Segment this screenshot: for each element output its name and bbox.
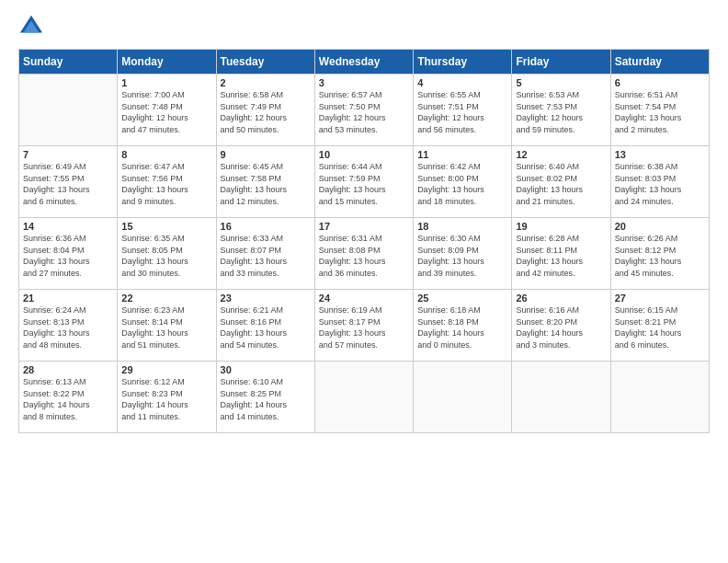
day-number: 12	[516, 149, 606, 160]
day-info: Sunrise: 6:47 AM Sunset: 7:56 PM Dayligh…	[121, 161, 211, 207]
day-info: Sunrise: 6:13 AM Sunset: 8:22 PM Dayligh…	[23, 376, 113, 422]
day-cell: 23Sunrise: 6:21 AM Sunset: 8:16 PM Dayli…	[216, 290, 314, 362]
day-info: Sunrise: 6:10 AM Sunset: 8:25 PM Dayligh…	[221, 376, 311, 422]
day-cell: 28Sunrise: 6:13 AM Sunset: 8:22 PM Dayli…	[19, 362, 118, 433]
header-cell-sunday: Sunday	[19, 50, 118, 75]
day-number: 18	[417, 221, 507, 232]
day-cell	[610, 362, 709, 433]
day-number: 11	[417, 149, 507, 160]
day-number: 16	[221, 221, 311, 232]
day-cell	[314, 362, 413, 433]
day-info: Sunrise: 6:42 AM Sunset: 8:00 PM Dayligh…	[417, 161, 507, 207]
day-cell: 5Sunrise: 6:53 AM Sunset: 7:53 PM Daylig…	[512, 75, 610, 146]
day-number: 23	[221, 293, 311, 304]
week-row-3: 21Sunrise: 6:24 AM Sunset: 8:13 PM Dayli…	[19, 290, 710, 362]
day-info: Sunrise: 6:55 AM Sunset: 7:51 PM Dayligh…	[417, 89, 507, 135]
day-number: 10	[319, 149, 409, 160]
day-number: 7	[23, 149, 113, 160]
day-info: Sunrise: 6:28 AM Sunset: 8:11 PM Dayligh…	[516, 233, 606, 279]
logo	[18, 14, 48, 40]
day-number: 29	[121, 364, 211, 375]
day-info: Sunrise: 6:57 AM Sunset: 7:50 PM Dayligh…	[319, 89, 409, 135]
day-info: Sunrise: 6:53 AM Sunset: 7:53 PM Dayligh…	[516, 89, 606, 135]
day-info: Sunrise: 6:16 AM Sunset: 8:20 PM Dayligh…	[516, 304, 606, 350]
day-info: Sunrise: 6:21 AM Sunset: 8:16 PM Dayligh…	[221, 304, 311, 350]
day-cell: 2Sunrise: 6:58 AM Sunset: 7:49 PM Daylig…	[216, 75, 314, 146]
day-info: Sunrise: 6:26 AM Sunset: 8:12 PM Dayligh…	[615, 233, 705, 279]
day-number: 6	[615, 77, 705, 88]
day-cell: 29Sunrise: 6:12 AM Sunset: 8:23 PM Dayli…	[118, 362, 216, 433]
day-cell: 10Sunrise: 6:44 AM Sunset: 7:59 PM Dayli…	[314, 146, 413, 218]
day-cell: 15Sunrise: 6:35 AM Sunset: 8:05 PM Dayli…	[118, 218, 216, 290]
day-number: 28	[23, 364, 113, 375]
day-info: Sunrise: 6:40 AM Sunset: 8:02 PM Dayligh…	[516, 161, 606, 207]
day-number: 8	[121, 149, 211, 160]
day-info: Sunrise: 6:15 AM Sunset: 8:21 PM Dayligh…	[615, 304, 705, 350]
day-number: 1	[121, 77, 211, 88]
day-number: 14	[23, 221, 113, 232]
header-cell-wednesday: Wednesday	[314, 50, 413, 75]
day-info: Sunrise: 6:24 AM Sunset: 8:13 PM Dayligh…	[23, 304, 113, 350]
day-cell: 30Sunrise: 6:10 AM Sunset: 8:25 PM Dayli…	[216, 362, 314, 433]
day-cell	[414, 362, 512, 433]
day-cell: 9Sunrise: 6:45 AM Sunset: 7:58 PM Daylig…	[216, 146, 314, 218]
header-cell-thursday: Thursday	[414, 50, 512, 75]
day-cell: 20Sunrise: 6:26 AM Sunset: 8:12 PM Dayli…	[610, 218, 709, 290]
day-cell: 4Sunrise: 6:55 AM Sunset: 7:51 PM Daylig…	[414, 75, 512, 146]
day-number: 22	[121, 293, 211, 304]
day-number: 17	[319, 221, 409, 232]
header-cell-tuesday: Tuesday	[216, 50, 314, 75]
day-cell: 24Sunrise: 6:19 AM Sunset: 8:17 PM Dayli…	[314, 290, 413, 362]
week-row-1: 7Sunrise: 6:49 AM Sunset: 7:55 PM Daylig…	[19, 146, 710, 218]
main-container: SundayMondayTuesdayWednesdayThursdayFrid…	[0, 0, 728, 442]
day-number: 20	[615, 221, 705, 232]
day-number: 15	[121, 221, 211, 232]
day-cell: 7Sunrise: 6:49 AM Sunset: 7:55 PM Daylig…	[19, 146, 118, 218]
day-cell: 1Sunrise: 7:00 AM Sunset: 7:48 PM Daylig…	[118, 75, 216, 146]
day-number: 25	[417, 293, 507, 304]
day-info: Sunrise: 6:58 AM Sunset: 7:49 PM Dayligh…	[221, 89, 311, 135]
day-cell: 18Sunrise: 6:30 AM Sunset: 8:09 PM Dayli…	[414, 218, 512, 290]
day-info: Sunrise: 6:18 AM Sunset: 8:18 PM Dayligh…	[417, 304, 507, 350]
day-cell: 6Sunrise: 6:51 AM Sunset: 7:54 PM Daylig…	[610, 75, 709, 146]
logo-icon	[18, 14, 44, 40]
day-info: Sunrise: 7:00 AM Sunset: 7:48 PM Dayligh…	[121, 89, 211, 135]
day-cell: 21Sunrise: 6:24 AM Sunset: 8:13 PM Dayli…	[19, 290, 118, 362]
day-number: 19	[516, 221, 606, 232]
day-number: 30	[221, 364, 311, 375]
day-number: 3	[319, 77, 409, 88]
header-cell-friday: Friday	[512, 50, 610, 75]
day-info: Sunrise: 6:36 AM Sunset: 8:04 PM Dayligh…	[23, 233, 113, 279]
day-info: Sunrise: 6:33 AM Sunset: 8:07 PM Dayligh…	[221, 233, 311, 279]
week-row-2: 14Sunrise: 6:36 AM Sunset: 8:04 PM Dayli…	[19, 218, 710, 290]
calendar-header-row: SundayMondayTuesdayWednesdayThursdayFrid…	[19, 50, 710, 75]
day-info: Sunrise: 6:19 AM Sunset: 8:17 PM Dayligh…	[319, 304, 409, 350]
day-number: 4	[417, 77, 507, 88]
week-row-4: 28Sunrise: 6:13 AM Sunset: 8:22 PM Dayli…	[19, 362, 710, 433]
day-info: Sunrise: 6:31 AM Sunset: 8:08 PM Dayligh…	[319, 233, 409, 279]
day-cell: 26Sunrise: 6:16 AM Sunset: 8:20 PM Dayli…	[512, 290, 610, 362]
day-cell: 8Sunrise: 6:47 AM Sunset: 7:56 PM Daylig…	[118, 146, 216, 218]
day-info: Sunrise: 6:12 AM Sunset: 8:23 PM Dayligh…	[121, 376, 211, 422]
day-number: 9	[221, 149, 311, 160]
day-info: Sunrise: 6:45 AM Sunset: 7:58 PM Dayligh…	[221, 161, 311, 207]
header	[18, 14, 710, 40]
calendar-table: SundayMondayTuesdayWednesdayThursdayFrid…	[18, 49, 710, 433]
day-info: Sunrise: 6:23 AM Sunset: 8:14 PM Dayligh…	[121, 304, 211, 350]
day-cell: 12Sunrise: 6:40 AM Sunset: 8:02 PM Dayli…	[512, 146, 610, 218]
day-number: 2	[221, 77, 311, 88]
day-cell: 19Sunrise: 6:28 AM Sunset: 8:11 PM Dayli…	[512, 218, 610, 290]
day-info: Sunrise: 6:44 AM Sunset: 7:59 PM Dayligh…	[319, 161, 409, 207]
day-cell	[512, 362, 610, 433]
day-cell: 13Sunrise: 6:38 AM Sunset: 8:03 PM Dayli…	[610, 146, 709, 218]
day-number: 21	[23, 293, 113, 304]
day-number: 24	[319, 293, 409, 304]
day-info: Sunrise: 6:30 AM Sunset: 8:09 PM Dayligh…	[417, 233, 507, 279]
header-cell-monday: Monday	[118, 50, 216, 75]
calendar-body: 1Sunrise: 7:00 AM Sunset: 7:48 PM Daylig…	[19, 75, 710, 433]
day-info: Sunrise: 6:38 AM Sunset: 8:03 PM Dayligh…	[615, 161, 705, 207]
day-cell: 17Sunrise: 6:31 AM Sunset: 8:08 PM Dayli…	[314, 218, 413, 290]
day-number: 26	[516, 293, 606, 304]
day-cell	[19, 75, 118, 146]
day-cell: 11Sunrise: 6:42 AM Sunset: 8:00 PM Dayli…	[414, 146, 512, 218]
